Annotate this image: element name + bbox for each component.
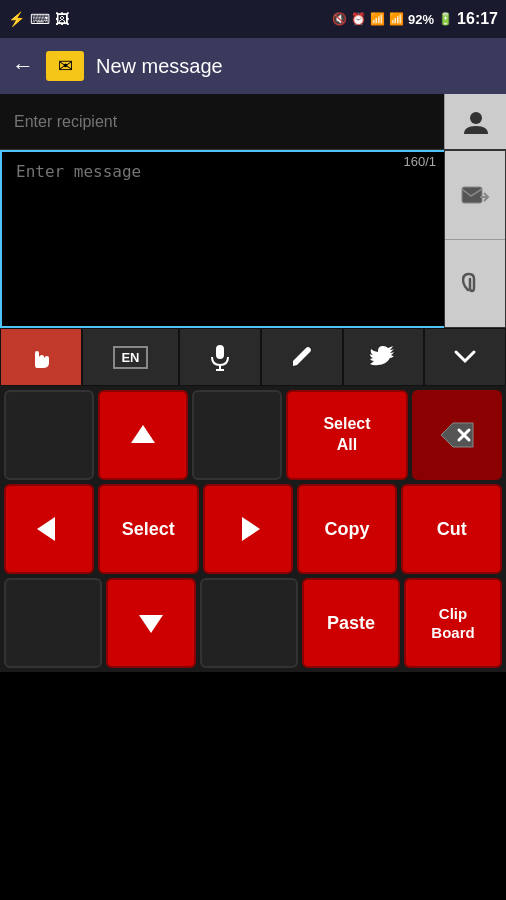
attach-icon bbox=[462, 270, 488, 296]
app-icon: ✉ bbox=[46, 51, 84, 81]
clipboard-key[interactable]: Clip Board bbox=[404, 578, 502, 668]
send-button[interactable] bbox=[445, 151, 505, 240]
keyboard-toolbar: EN bbox=[0, 328, 506, 386]
attach-button[interactable] bbox=[445, 240, 505, 328]
battery-percent: 92% bbox=[408, 12, 434, 27]
status-icons-left: ⚡ ⌨ 🖼 bbox=[8, 11, 69, 27]
right-arrow-key[interactable] bbox=[203, 484, 293, 574]
svg-rect-2 bbox=[216, 345, 224, 359]
hand-icon bbox=[27, 343, 55, 371]
cut-key[interactable]: Cut bbox=[401, 484, 502, 574]
backspace-icon bbox=[439, 421, 475, 449]
wifi-icon: 📶 bbox=[370, 12, 385, 26]
recipient-input[interactable] bbox=[0, 94, 444, 149]
empty-key-2 bbox=[192, 390, 282, 480]
down-arrow-key[interactable] bbox=[106, 578, 196, 668]
battery-icon: 🔋 bbox=[438, 12, 453, 26]
status-bar: ⚡ ⌨ 🖼 🔇 ⏰ 📶 📶 92% 🔋 16:17 bbox=[0, 0, 506, 38]
up-arrow-key[interactable] bbox=[98, 390, 188, 480]
lang-label: EN bbox=[113, 346, 147, 369]
left-arrow-key[interactable] bbox=[4, 484, 94, 574]
twitter-button[interactable] bbox=[343, 328, 425, 386]
compose-area: 160/1 bbox=[0, 150, 506, 328]
header: ← ✉ New message bbox=[0, 38, 506, 94]
kb-row-1: Select All bbox=[4, 390, 502, 480]
mute-icon: 🔇 bbox=[332, 12, 347, 26]
kb-row-3: Paste Clip Board bbox=[4, 578, 502, 668]
usb-icon: ⚡ bbox=[8, 11, 25, 27]
kb-row-2: Select Copy Cut bbox=[4, 484, 502, 574]
keyboard-icon: ⌨ bbox=[30, 11, 50, 27]
pencil-button[interactable] bbox=[261, 328, 343, 386]
char-count: 160/1 bbox=[403, 154, 436, 169]
select-all-key[interactable]: Select All bbox=[286, 390, 408, 480]
alarm-icon: ⏰ bbox=[351, 12, 366, 26]
mic-button[interactable] bbox=[179, 328, 261, 386]
send-icon bbox=[460, 183, 490, 207]
message-input[interactable] bbox=[0, 150, 444, 328]
clock: 16:17 bbox=[457, 10, 498, 28]
twitter-icon bbox=[370, 346, 396, 368]
language-button[interactable]: EN bbox=[82, 328, 180, 386]
select-key[interactable]: Select bbox=[98, 484, 199, 574]
status-icons-right: 🔇 ⏰ 📶 📶 92% 🔋 16:17 bbox=[332, 10, 498, 28]
empty-key-4 bbox=[200, 578, 298, 668]
contact-icon bbox=[462, 108, 490, 136]
message-actions bbox=[444, 150, 506, 328]
gesture-mode-button[interactable] bbox=[0, 328, 82, 386]
mail-icon: ✉ bbox=[58, 55, 73, 77]
copy-key[interactable]: Copy bbox=[297, 484, 398, 574]
collapse-keyboard-button[interactable] bbox=[424, 328, 506, 386]
image-icon: 🖼 bbox=[55, 11, 69, 27]
pencil-icon bbox=[290, 345, 314, 369]
signal-icon: 📶 bbox=[389, 12, 404, 26]
backspace-key[interactable] bbox=[412, 390, 502, 480]
chevron-down-icon bbox=[453, 347, 477, 367]
contact-picker-button[interactable] bbox=[444, 94, 506, 149]
empty-key-3 bbox=[4, 578, 102, 668]
empty-key-1 bbox=[4, 390, 94, 480]
page-title: New message bbox=[96, 55, 223, 78]
paste-key[interactable]: Paste bbox=[302, 578, 400, 668]
back-button[interactable]: ← bbox=[12, 53, 34, 79]
keyboard-main: Select All Select Copy Cut Paste Clip Bo… bbox=[0, 386, 506, 672]
svg-point-0 bbox=[470, 112, 482, 124]
mic-icon bbox=[208, 343, 232, 371]
recipient-row bbox=[0, 94, 506, 150]
